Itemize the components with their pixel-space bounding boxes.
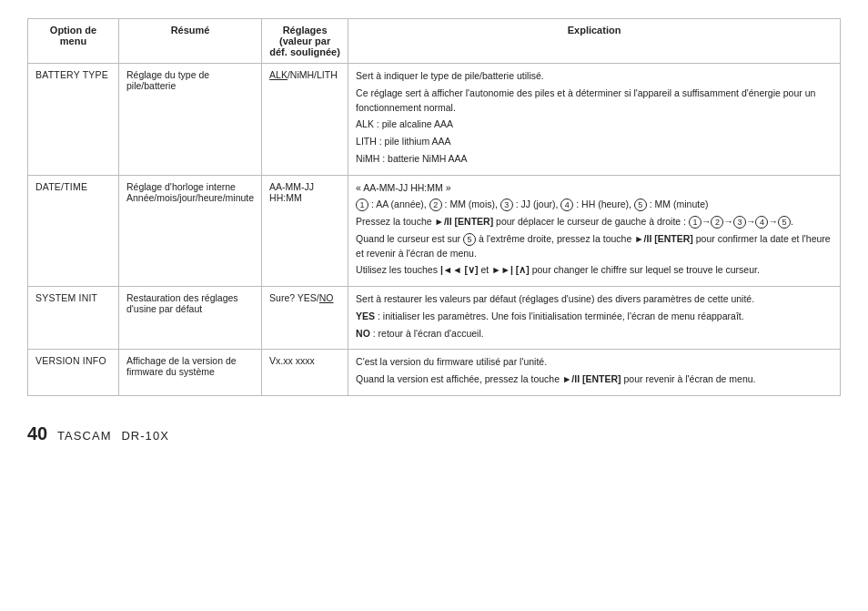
circle-num-1: 1 <box>356 199 368 211</box>
circle-num-5: 5 <box>634 199 647 211</box>
circle-num-3: 3 <box>500 199 513 211</box>
main-table: Option de menu Résumé Réglages (valeur p… <box>27 18 841 396</box>
cell-option: SYSTEM INIT <box>28 287 119 350</box>
c5: 5 <box>778 216 791 229</box>
c4: 4 <box>755 216 768 229</box>
cell-option: BATTERY TYPE <box>28 64 119 176</box>
page-number: 40 <box>27 423 47 443</box>
cell-resume: Réglage du type de pile/batterie <box>119 64 262 176</box>
cell-resume: Réglage d'horloge interne Année/mois/jou… <box>119 175 262 287</box>
model-name: DR-10X <box>121 429 168 443</box>
cell-reglages: AA-MM-JJ HH:MM <box>262 175 348 287</box>
c1: 1 <box>689 216 701 229</box>
cell-resume: Affichage de la version de firmware du s… <box>119 350 262 396</box>
cell-resume: Restauration des réglages d'usine par dé… <box>119 287 262 350</box>
cell-explication: « AA-MM-JJ HH:MM »1 : AA (année), 2 : MM… <box>348 175 841 287</box>
c5b: 5 <box>463 233 476 246</box>
header-explication: Explication <box>348 19 841 64</box>
table-row: DATE/TIMERéglage d'horloge interne Année… <box>28 175 841 287</box>
header-resume: Résumé <box>119 19 262 64</box>
circle-num-4: 4 <box>560 199 573 211</box>
cell-explication: Sert à restaurer les valeurs par défaut … <box>348 287 841 350</box>
cell-reglages: ALK/NiMH/LITH <box>262 64 348 176</box>
cell-option: DATE/TIME <box>28 175 119 287</box>
header-reglages: Réglages (valeur par déf. soulignée) <box>262 19 348 64</box>
header-option: Option de menu <box>28 19 119 64</box>
brand-name: TASCAM <box>57 429 111 443</box>
cell-explication: C'est la version du firmware utilisé par… <box>348 350 841 396</box>
table-row: VERSION INFOAffichage de la version de f… <box>28 350 841 396</box>
table-row: SYSTEM INITRestauration des réglages d'u… <box>28 287 841 350</box>
cell-option: VERSION INFO <box>28 350 119 396</box>
cell-reglages: Sure? YES/NO <box>262 287 348 350</box>
page-footer: 40 TASCAM DR-10X <box>27 423 841 444</box>
table-row: BATTERY TYPERéglage du type de pile/batt… <box>28 64 841 176</box>
cell-reglages: Vx.xx xxxx <box>262 350 348 396</box>
c2: 2 <box>711 216 723 229</box>
cell-explication: Sert à indiquer le type de pile/batterie… <box>348 64 841 176</box>
c3: 3 <box>733 216 746 229</box>
circle-num-2: 2 <box>429 199 442 211</box>
